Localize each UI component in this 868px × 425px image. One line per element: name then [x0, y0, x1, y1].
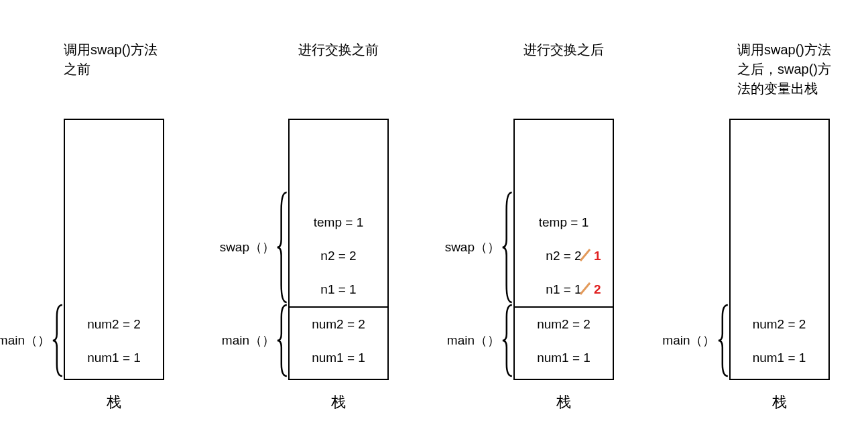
cell-text: n1 = 1: [546, 282, 581, 296]
new-value-n1: 2: [594, 282, 601, 297]
stack-label: 栈: [107, 392, 121, 412]
main-brace-group: main（）: [447, 304, 513, 377]
stage-before-call: 调用swap()方法之前 main（） num2 = 2 num1 = 1 栈: [17, 40, 211, 412]
swap-brace-group: swap（）: [445, 191, 513, 304]
swap-cell-n1: n1 = 1 2: [515, 273, 613, 306]
stage-title: 调用swap()方法之后，swap()方法的变量出栈: [690, 40, 831, 99]
stack-wrapper: main（） num2 = 2 num1 = 1: [64, 119, 164, 380]
main-cell: num1 = 1: [731, 341, 828, 375]
stack-label: 栈: [772, 392, 787, 412]
stack-box: temp = 1 n2 = 2 n1 = 1 num2 = 2 num1 = 1: [288, 119, 389, 380]
swap-cell: n1 = 1: [290, 273, 387, 306]
main-brace-label: main（）: [447, 332, 500, 349]
swap-cell: temp = 1: [290, 206, 387, 239]
main-brace-group: main（）: [0, 304, 64, 377]
stack-wrapper: swap（） main（） temp = 1 n2 = 2 n1 = 1 num…: [288, 119, 389, 380]
brace-icon: [276, 304, 288, 377]
stack-wrapper: swap（） main（） temp = 1 n2 = 2 1 n1 = 1 2: [513, 119, 614, 380]
main-brace-group: main（）: [222, 304, 288, 377]
swap-brace-label: swap（）: [445, 239, 500, 256]
brace-icon: [52, 304, 64, 377]
main-cell: num2 = 2: [731, 308, 828, 341]
stack-box: num2 = 2 num1 = 1: [64, 119, 164, 380]
stage-title: 调用swap()方法之前: [17, 40, 158, 99]
cell-text: n2 = 2: [546, 249, 581, 263]
brace-icon: [717, 304, 729, 377]
main-cell: num1 = 1: [65, 341, 163, 375]
swap-brace-label: swap（）: [220, 239, 275, 256]
swap-cell: n2 = 2: [290, 239, 387, 273]
main-cell: num1 = 1: [515, 341, 613, 375]
new-value-n2: 1: [594, 249, 601, 263]
main-brace-group: main（）: [662, 304, 729, 377]
swap-cell: temp = 1: [515, 206, 613, 239]
main-cell: num2 = 2: [65, 308, 163, 341]
stack-box: num2 = 2 num1 = 1: [729, 119, 830, 380]
main-cell: num2 = 2: [515, 306, 613, 341]
stack-box: temp = 1 n2 = 2 1 n1 = 1 2 num2 = 2 num1…: [513, 119, 614, 380]
brace-icon: [276, 191, 288, 304]
stack-label: 栈: [556, 392, 571, 412]
stage-after-return: 调用swap()方法之后，swap()方法的变量出栈 main（） num2 =…: [690, 40, 868, 412]
stack-label: 栈: [331, 392, 346, 412]
main-brace-label: main（）: [222, 332, 275, 349]
swap-cell-n2: n2 = 2 1: [515, 239, 613, 273]
stage-after-exchange: 进行交换之后 swap（） main（） temp = 1 n2 = 2 1 n…: [467, 40, 661, 412]
brace-icon: [501, 191, 513, 304]
brace-icon: [501, 304, 513, 377]
swap-brace-group: swap（）: [220, 191, 288, 304]
stack-wrapper: main（） num2 = 2 num1 = 1: [729, 119, 830, 380]
stage-title: 进行交换之前: [298, 40, 379, 99]
main-cell: num1 = 1: [290, 341, 387, 375]
main-brace-label: main（）: [0, 332, 50, 349]
main-brace-label: main（）: [662, 332, 715, 349]
stage-before-exchange: 进行交换之前 swap（） main（） temp = 1 n2 = 2 n1 …: [241, 40, 436, 412]
main-cell: num2 = 2: [290, 306, 387, 341]
stage-title: 进行交换之后: [523, 40, 604, 99]
